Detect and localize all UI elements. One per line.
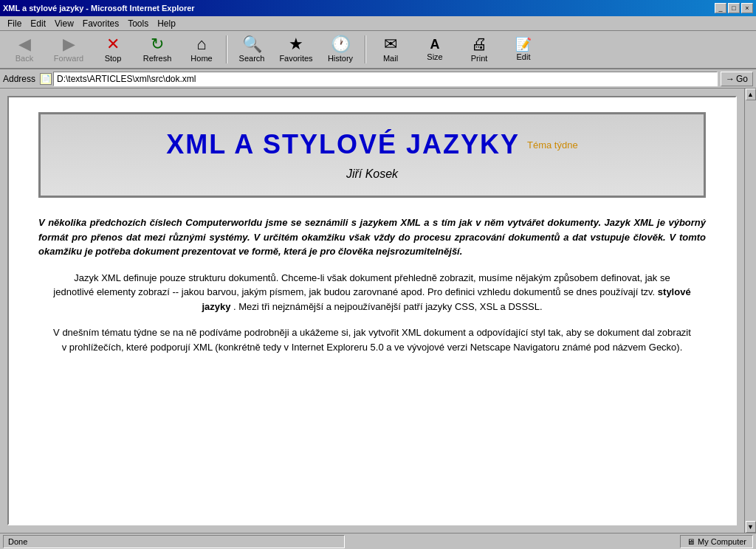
- maximize-button[interactable]: □: [728, 3, 740, 13]
- window-controls: _ □ ×: [715, 3, 753, 13]
- favorites-button[interactable]: ★ Favorites: [275, 32, 317, 66]
- print-button[interactable]: 🖨 Print: [458, 32, 501, 66]
- main-title: XML A STYLOVÉ JAZYKY: [166, 129, 520, 160]
- menu-view[interactable]: View: [50, 17, 78, 30]
- title-bar: XML a stylové jazyky - Microsoft Interne…: [0, 0, 756, 16]
- forward-icon: ▶: [63, 36, 75, 52]
- edit-icon: 📝: [515, 38, 532, 51]
- size-icon: A: [430, 38, 440, 51]
- go-arrow-icon: →: [726, 74, 735, 84]
- size-button[interactable]: A Size: [413, 32, 456, 66]
- address-label: Address: [3, 74, 35, 84]
- bold-term: stylové jazyky: [202, 286, 690, 312]
- scroll-up-button[interactable]: ▲: [746, 89, 756, 100]
- toolbar-separator-1: [226, 35, 227, 63]
- refresh-icon: ↻: [151, 36, 164, 52]
- zone-text: My Computer: [698, 537, 746, 546]
- content-area: XML A STYLOVÉ JAZYKY Téma týdne Jiří Kos…: [0, 89, 756, 533]
- author: Jiří Kosek: [63, 168, 681, 181]
- back-button[interactable]: ◀ Back: [3, 32, 46, 66]
- print-icon: 🖨: [471, 36, 487, 52]
- mail-button[interactable]: ✉ Mail: [369, 32, 412, 66]
- status-text: Done: [3, 535, 345, 548]
- history-button[interactable]: 🕐 History: [319, 32, 362, 66]
- search-button[interactable]: 🔍 Search: [230, 32, 273, 66]
- menu-help[interactable]: Help: [153, 17, 180, 30]
- home-button[interactable]: ⌂ Home: [180, 32, 223, 66]
- menu-bar: File Edit View Favorites Tools Help: [0, 16, 756, 31]
- history-icon: 🕐: [331, 36, 351, 52]
- body-paragraph-2: V dnešním tématu týdne se na ně podíváme…: [38, 325, 706, 354]
- go-label: Go: [736, 74, 748, 84]
- search-icon: 🔍: [242, 36, 262, 52]
- menu-file[interactable]: File: [3, 17, 26, 30]
- stop-button[interactable]: ✕ Stop: [92, 32, 134, 66]
- subtitle-tag: Téma týdne: [527, 139, 578, 151]
- menu-tools[interactable]: Tools: [123, 17, 153, 30]
- mail-icon: ✉: [384, 36, 397, 52]
- scrollbar[interactable]: ▲ ▼: [744, 89, 756, 533]
- stop-icon: ✕: [106, 36, 120, 52]
- status-zone: 🖥 My Computer: [680, 535, 753, 548]
- toolbar-separator-2: [365, 35, 366, 63]
- address-bar: Address 📄 → Go: [0, 69, 756, 89]
- scroll-down-button[interactable]: ▼: [746, 521, 756, 533]
- window-title: XML a stylové jazyky - Microsoft Interne…: [3, 4, 195, 13]
- address-page-icon: 📄: [40, 73, 52, 85]
- body-paragraph-1: Jazyk XML definuje pouze strukturu dokum…: [38, 271, 706, 314]
- computer-icon: 🖥: [687, 537, 695, 546]
- minimize-button[interactable]: _: [715, 3, 726, 13]
- forward-button[interactable]: ▶ Forward: [47, 32, 90, 66]
- home-icon: ⌂: [196, 36, 206, 52]
- close-button[interactable]: ×: [741, 3, 753, 13]
- menu-edit[interactable]: Edit: [26, 17, 50, 30]
- intro-paragraph: V několika předchozích číslech Computerw…: [38, 215, 706, 259]
- title-line: XML A STYLOVÉ JAZYKY Téma týdne: [63, 129, 681, 160]
- go-button[interactable]: → Go: [721, 72, 753, 86]
- document-header: XML A STYLOVÉ JAZYKY Téma týdne Jiří Kos…: [38, 112, 706, 198]
- menu-favorites[interactable]: Favorites: [78, 17, 123, 30]
- status-bar: Done 🖥 My Computer: [0, 533, 756, 549]
- refresh-button[interactable]: ↻ Refresh: [136, 32, 179, 66]
- favorites-icon: ★: [289, 36, 303, 52]
- toolbar: ◀ Back ▶ Forward ✕ Stop ↻ Refresh ⌂ Home…: [0, 31, 756, 69]
- address-input[interactable]: [53, 72, 718, 86]
- back-icon: ◀: [18, 36, 31, 52]
- page-content: XML A STYLOVÉ JAZYKY Téma týdne Jiří Kos…: [7, 96, 737, 525]
- edit-button[interactable]: 📝 Edit: [502, 32, 545, 66]
